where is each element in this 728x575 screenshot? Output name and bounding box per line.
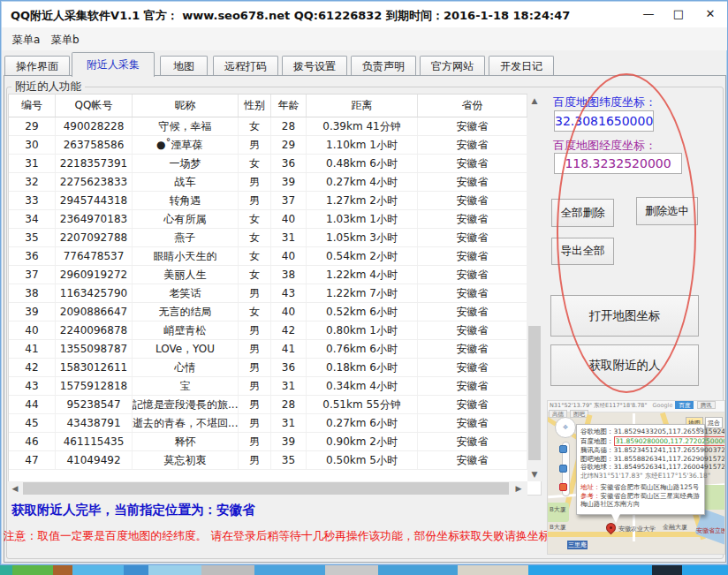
export-all-button[interactable]: 导出全部: [551, 238, 614, 265]
table-cell: 28: [271, 117, 307, 135]
column-header[interactable]: 距离: [307, 95, 418, 117]
column-header[interactable]: 年龄: [271, 95, 307, 117]
map-top-coords: N31°52'13.79" 东经E117°18'8.78": [550, 402, 647, 409]
table-row[interactable]: 372960919272美丽人生女381.22km 4小时安徽省: [9, 266, 541, 284]
table-row[interactable]: 431575912818宝男310.34km 4小时安徽省: [9, 377, 541, 396]
table-cell: 女: [239, 117, 271, 135]
table-cell: 37: [9, 266, 56, 284]
table-cell: 37: [271, 192, 307, 209]
maximize-button[interactable]: □: [666, 4, 691, 25]
table-cell: 安徽省: [418, 284, 527, 302]
scroll-left-icon[interactable]: ◀: [8, 481, 22, 496]
table-cell: 1575912818: [56, 377, 133, 395]
table-cell: 安徽省: [418, 377, 527, 395]
delete-all-button[interactable]: 全部删除: [551, 199, 614, 227]
table-row[interactable]: 322275623833战车男390.27km 4小时安徽省: [9, 173, 541, 192]
tab-official-site[interactable]: 官方网站: [420, 56, 485, 76]
table-row[interactable]: 402240096878峭壁青松男420.80km 1小时安徽省: [9, 322, 541, 340]
table-cell: 34: [9, 210, 56, 228]
table-row[interactable]: 4741049492莫忘初衷男350.50km 5小时安徽省: [9, 451, 541, 470]
column-header[interactable]: 编号: [9, 95, 56, 117]
table-cell: 41: [271, 340, 307, 358]
table-cell: 安徽省: [418, 303, 527, 321]
column-header[interactable]: 性别: [239, 95, 271, 117]
table-row[interactable]: 36776478537眼睛小天生的女400.54km 2小时安徽省: [9, 247, 541, 266]
get-nearby-button[interactable]: 获取附近的人: [550, 344, 699, 386]
table-row[interactable]: 4495238547記憶是壹段漫長的旅...男280.51km 55分钟安徽省: [9, 396, 541, 414]
popup-dms: 北纬N31°51'17.83" 东经E117°15'36.18": [580, 472, 701, 480]
table-row[interactable]: 312218357391一场梦女360.48km 6小时安徽省: [9, 155, 541, 173]
tab-operation-ui[interactable]: 操作界面: [4, 56, 70, 76]
table-cell: 女: [239, 155, 271, 172]
lat-label: 百度地图纬度坐标：: [553, 95, 656, 110]
tab-disclaimer[interactable]: 负责声明: [351, 56, 416, 76]
table-cell: 1583012611: [56, 359, 133, 376]
table-row[interactable]: 29490028228守候，幸福女280.39km 41分钟安徽省: [9, 117, 541, 136]
table-cell: 安徽省: [418, 192, 527, 209]
table-cell: 29: [9, 117, 56, 135]
vscrollbar-thumb[interactable]: [528, 326, 541, 460]
lat-input[interactable]: 32.3081650000: [554, 110, 654, 132]
map-source-tencent[interactable]: 腾讯: [697, 401, 716, 409]
tab-remote-captcha[interactable]: 远程打码: [213, 56, 278, 76]
table-cell: 28: [271, 396, 307, 413]
table-row[interactable]: 30263758586●˚湮草葆ゞ男291.10km 1小时安徽省: [9, 136, 541, 155]
menu-bar: 菜单a 菜单b: [2, 27, 727, 50]
tab-dev-diary[interactable]: 开发日记: [489, 56, 554, 76]
column-header[interactable]: QQ帐号: [56, 95, 133, 117]
scroll-down-icon[interactable]: ▼: [527, 467, 542, 481]
taskbar-strip[interactable]: [0, 565, 728, 575]
table-cell: 33: [9, 192, 56, 209]
table-cell: 一场梦: [133, 155, 239, 172]
table-cell: 安徽省: [418, 396, 527, 413]
table-cell: 安徽省: [418, 322, 527, 339]
table-cell: 2240096878: [56, 322, 133, 339]
menu-item-b[interactable]: 菜单b: [46, 31, 85, 49]
menu-item-a[interactable]: 菜单a: [7, 31, 45, 49]
title-bar[interactable]: QQ附近人采集软件V1.1 官方： www.seo678.net QQ:6122…: [2, 2, 727, 27]
table-cell: 安徽省: [418, 117, 527, 135]
table-cell: 30: [9, 136, 56, 154]
minimize-button[interactable]: —: [636, 4, 661, 25]
tab-nearby-collect[interactable]: 附近人采集: [72, 52, 155, 77]
table-row[interactable]: 352207092788燕子女311.05km 3小时安徽省: [9, 229, 541, 247]
nearby-people-table[interactable]: 编号QQ帐号昵称性别年龄距离省份 29490028228守候，幸福女280.39…: [8, 94, 542, 496]
table-cell: ●˚湮草葆ゞ: [133, 136, 239, 154]
table-row[interactable]: 411355098787LOVe，YOU男410.76km 6小时安徽省: [9, 340, 541, 359]
tab-map[interactable]: 地图: [160, 56, 208, 76]
table-row[interactable]: 381163425790老笑话男431.22km 7小时安徽省: [9, 284, 541, 303]
table-cell: 45: [9, 414, 56, 432]
close-button[interactable]: ✕: [698, 4, 723, 25]
delete-selected-button[interactable]: 删除选中: [636, 197, 698, 225]
table-cell: 心有所属: [133, 210, 239, 228]
table-cell: 38: [271, 266, 307, 284]
map-source-baidu[interactable]: 百度: [675, 401, 694, 409]
table-cell: 2218357391: [56, 155, 133, 172]
table-cell: 461115435: [56, 433, 133, 450]
table-cell: 宝: [133, 377, 239, 395]
open-map-coords-button[interactable]: 打开地图坐标: [550, 295, 699, 337]
map-pan-control[interactable]: ✥: [555, 417, 576, 438]
table-row[interactable]: 342364970183心有所属女401.03km 1小时安徽省: [9, 210, 541, 229]
groupbox-title: 附近的人功能: [11, 79, 85, 95]
table-cell: 2275623833: [56, 173, 133, 191]
tab-dial-settings[interactable]: 拨号设置: [282, 56, 347, 76]
table-row[interactable]: 46461115435释怀男390.90km 2小时安徽省: [9, 433, 541, 451]
table-row[interactable]: 421583012611心情男360.18km 6小时安徽省: [9, 359, 541, 377]
column-header[interactable]: 昵称: [133, 95, 239, 117]
table-cell: 41: [9, 340, 56, 358]
hscrollbar-thumb[interactable]: [23, 482, 509, 495]
popup-close-icon[interactable]: ×: [695, 425, 702, 434]
table-cell: 0.51km 55分钟: [307, 396, 418, 413]
table-row[interactable]: 4543438791逝去的青春，不堪回...男310.27km 6小时安徽省: [9, 414, 541, 433]
table-cell: 776478537: [56, 247, 133, 265]
table-row[interactable]: 332945744318转角遇男371.27km 2小时安徽省: [9, 192, 541, 210]
table-cell: 1163425790: [56, 284, 133, 302]
table-cell: 安徽省: [418, 433, 527, 450]
scroll-up-icon[interactable]: ▲: [527, 94, 542, 108]
column-header[interactable]: 省份: [418, 95, 527, 117]
scroll-right-icon[interactable]: ▶: [512, 481, 526, 496]
map-thumbnail[interactable]: N31°52'13.79" 东经E117°18'8.78" Google 百度 …: [547, 400, 725, 555]
lng-input[interactable]: 118.3232520000: [554, 153, 682, 174]
table-row[interactable]: 392090886647无言的结局女400.52km 6小时安徽省: [9, 303, 541, 322]
